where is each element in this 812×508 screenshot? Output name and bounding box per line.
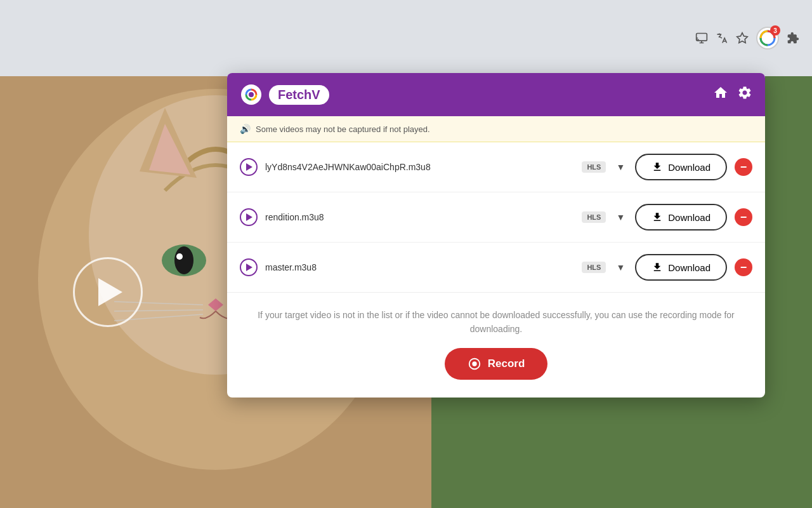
video-filename-2: rendition.m3u8: [265, 212, 574, 222]
extensions-icon[interactable]: [787, 32, 799, 44]
browser-chrome: 3: [0, 0, 812, 76]
video-play-button-2[interactable]: [240, 208, 258, 226]
svg-point-10: [176, 253, 183, 260]
record-button[interactable]: Record: [445, 348, 548, 380]
svg-marker-1: [737, 33, 748, 43]
hls-badge-1: HLS: [582, 161, 606, 173]
popup-logo: FetchV: [240, 83, 329, 106]
download-icon-1: [652, 161, 663, 173]
video-item: lyYd8ns4V2AeJHWNKaw00aiChpR.m3u8 HLS ▼ D…: [227, 142, 765, 192]
extension-badge: 3: [770, 25, 780, 36]
play-icon-3: [246, 264, 252, 271]
svg-point-8: [174, 246, 193, 274]
hls-badge-3: HLS: [582, 262, 606, 273]
download-button-1[interactable]: Download: [635, 154, 727, 180]
video-item: master.m3u8 HLS ▼ Download −: [227, 243, 765, 293]
play-icon-2: [246, 213, 252, 221]
svg-point-23: [249, 92, 254, 97]
cast-icon[interactable]: [695, 32, 708, 44]
video-list: lyYd8ns4V2AeJHWNKaw00aiChpR.m3u8 HLS ▼ D…: [227, 142, 765, 293]
fetchv-popup: FetchV 🔊 Some videos may not be captured…: [227, 73, 765, 398]
video-filename-3: master.m3u8: [265, 262, 574, 272]
play-icon-1: [246, 163, 252, 171]
settings-button[interactable]: [737, 85, 752, 104]
chevron-button-3[interactable]: ▼: [613, 260, 627, 275]
svg-point-25: [472, 361, 476, 366]
home-button[interactable]: [713, 85, 728, 104]
video-filename-1: lyYd8ns4V2AeJHWNKaw00aiChpR.m3u8: [265, 162, 574, 172]
download-button-3[interactable]: Download: [635, 254, 727, 281]
remove-button-1[interactable]: −: [735, 158, 752, 176]
fetchv-logo-icon: [240, 83, 263, 106]
download-icon-2: [652, 211, 663, 223]
play-button-overlay[interactable]: [73, 257, 143, 327]
extension-button[interactable]: 3: [756, 27, 779, 50]
download-button-2[interactable]: Download: [635, 204, 727, 231]
video-item: rendition.m3u8 HLS ▼ Download −: [227, 192, 765, 243]
popup-header: FetchV: [227, 73, 765, 116]
video-play-button-3[interactable]: [240, 258, 258, 276]
notice-banner: 🔊 Some videos may not be captured if not…: [227, 116, 765, 142]
remove-button-2[interactable]: −: [735, 208, 752, 226]
record-icon: [468, 357, 481, 371]
download-icon-3: [652, 262, 663, 273]
video-play-button-1[interactable]: [240, 158, 258, 176]
chevron-button-2[interactable]: ▼: [613, 210, 627, 225]
remove-button-3[interactable]: −: [735, 258, 752, 276]
logo-text: FetchV: [269, 85, 329, 105]
translate-icon[interactable]: [716, 32, 728, 44]
notice-text: Some videos may not be captured if not p…: [256, 124, 430, 134]
footer-description: If your target video is not in the list …: [240, 308, 752, 337]
header-icons: [713, 85, 752, 104]
hls-badge-2: HLS: [582, 211, 606, 223]
play-triangle-icon: [98, 278, 122, 306]
browser-toolbar: 3: [695, 27, 799, 50]
bookmark-icon[interactable]: [736, 32, 749, 44]
chevron-button-1[interactable]: ▼: [613, 159, 627, 175]
speaker-icon: 🔊: [240, 124, 251, 134]
popup-footer: If your target video is not in the list …: [227, 293, 765, 398]
